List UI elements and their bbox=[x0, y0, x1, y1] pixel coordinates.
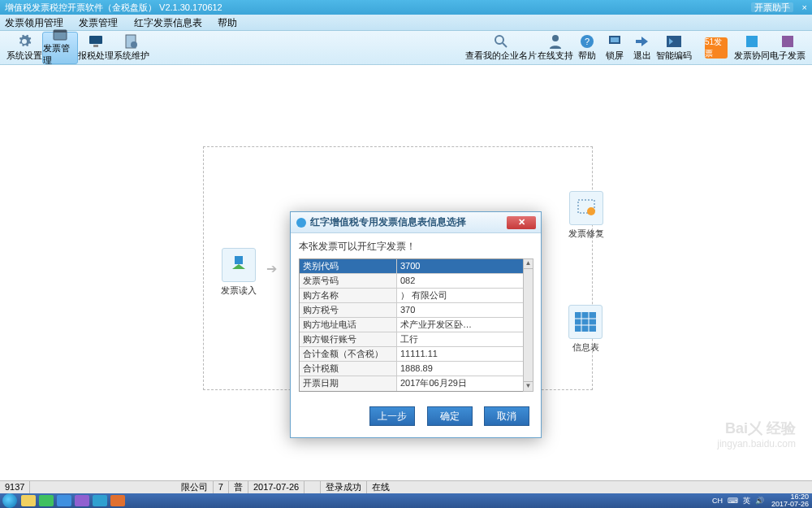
toolbar-system-settings[interactable]: 系统设置 bbox=[6, 32, 42, 64]
toolbar-invoice-sync[interactable]: 发票协同 bbox=[734, 32, 770, 64]
exit-arrow-icon bbox=[634, 34, 650, 49]
tray-sound-icon[interactable]: 🔊 bbox=[755, 497, 764, 505]
svg-rect-2 bbox=[89, 36, 102, 44]
watermark: Bai㐅 经验 jingyan.baidu.com bbox=[717, 419, 796, 449]
svg-rect-3 bbox=[93, 45, 98, 47]
statusbar: 9137 限公司 7 普 2017-07-26 登录成功 在线 bbox=[0, 480, 812, 493]
svg-rect-15 bbox=[782, 36, 793, 47]
dialog-table: 类别代码3700 发票号码082 购方名称） 有限公司 购方税号370 购方地址… bbox=[299, 258, 533, 392]
svg-rect-14 bbox=[746, 36, 758, 47]
workspace: 发票读入 ➔ 发票修复 信息表 发票退回 红字增值税专用发票信息表信息选择 ✕ … bbox=[0, 65, 812, 480]
calendar-icon bbox=[52, 28, 68, 41]
dialog-red-invoice-select: 红字增值税专用发票信息表信息选择 ✕ 本张发票可以开红字发票！ 类别代码3700… bbox=[290, 211, 542, 438]
taskbar-app-icon[interactable] bbox=[57, 495, 71, 506]
menu-item[interactable]: 红字发票信息表 bbox=[134, 17, 202, 28]
toolbar-exit[interactable]: 退出 bbox=[628, 32, 656, 64]
help-icon: ? bbox=[579, 34, 595, 49]
svg-point-25 bbox=[296, 218, 306, 228]
flag-icon bbox=[666, 34, 682, 49]
monitor-icon bbox=[88, 34, 104, 49]
lock-icon bbox=[607, 34, 623, 49]
scrollbar[interactable]: ▲ ▼ bbox=[523, 258, 533, 392]
svg-rect-13 bbox=[667, 36, 681, 47]
doc-gear-icon bbox=[123, 34, 140, 49]
svg-rect-19 bbox=[575, 312, 596, 332]
table-icon bbox=[575, 312, 596, 332]
gear-icon bbox=[16, 34, 32, 49]
node-info-table[interactable]: 信息表 bbox=[568, 305, 603, 354]
taskbar: CH ⌨ 英 🔊 16:202017-07-26 bbox=[0, 493, 812, 508]
menu-item[interactable]: 帮助 bbox=[218, 17, 237, 28]
svg-rect-1 bbox=[54, 30, 67, 33]
window-titlebar: 增值税发票税控开票软件（金税盘版） V2.1.30.170612 开票助手 × bbox=[0, 0, 812, 15]
menu-item[interactable]: 发票领用管理 bbox=[5, 17, 63, 28]
status-type: 普 bbox=[229, 481, 248, 493]
usb-import-icon bbox=[228, 254, 249, 276]
dialog-buttons: 上一步 确定 取消 bbox=[291, 398, 541, 437]
svg-point-18 bbox=[587, 207, 595, 215]
toolbar-smart-code[interactable]: 智能编码 bbox=[656, 32, 692, 64]
table-row[interactable]: 购方地址电话 术产业开发区卧… bbox=[300, 318, 532, 332]
promo-51[interactable]: 51发票 bbox=[705, 37, 728, 59]
close-button[interactable]: ✕ bbox=[507, 216, 536, 229]
table-row[interactable]: 购方税号370 bbox=[300, 303, 532, 318]
taskbar-app-icon[interactable] bbox=[93, 495, 107, 506]
status-id: 9137 bbox=[0, 481, 30, 493]
node-invoice-import[interactable]: 发票读入 bbox=[221, 248, 257, 297]
taskbar-app-icon[interactable] bbox=[21, 495, 36, 506]
dialog-message: 本张发票可以开红字发票！ bbox=[299, 240, 533, 254]
svg-point-5 bbox=[131, 41, 137, 48]
svg-line-7 bbox=[503, 43, 507, 47]
svg-rect-12 bbox=[611, 37, 619, 42]
table-row[interactable]: 合计金额（不含税）11111.11 bbox=[300, 347, 532, 362]
toolbar-lock[interactable]: 锁屏 bbox=[601, 32, 628, 64]
menubar: 发票领用管理 发票管理 红字发票信息表 帮助 bbox=[0, 15, 812, 31]
tray-clock[interactable]: 16:202017-07-26 bbox=[771, 493, 809, 508]
table-row[interactable]: 开票日期2017年06月29日 bbox=[300, 376, 532, 391]
system-tray[interactable]: CH ⌨ 英 🔊 16:202017-07-26 bbox=[710, 493, 812, 508]
prev-button[interactable]: 上一步 bbox=[369, 406, 415, 426]
toolbar: 系统设置 发票管理 报税处理 系统维护 查看我的企业名片 在线支持 ?帮助 锁屏… bbox=[0, 31, 812, 65]
einvoice-icon bbox=[780, 34, 796, 49]
table-row[interactable]: 购方银行账号工行 bbox=[300, 332, 532, 347]
table-row[interactable]: 类别代码3700 bbox=[300, 259, 532, 274]
toolbar-system-maint[interactable]: 系统维护 bbox=[114, 32, 149, 64]
taskbar-app-icon[interactable] bbox=[110, 495, 125, 506]
app-icon bbox=[296, 217, 307, 228]
user-icon bbox=[547, 34, 564, 49]
cancel-button[interactable]: 取消 bbox=[484, 406, 529, 426]
toolbar-tax-report[interactable]: 报税处理 bbox=[78, 32, 114, 64]
svg-text:?: ? bbox=[585, 37, 590, 46]
start-button[interactable] bbox=[2, 493, 17, 508]
table-row[interactable]: 发票号码082 bbox=[300, 274, 532, 289]
ok-button[interactable]: 确定 bbox=[427, 406, 473, 426]
status-date: 2017-07-26 bbox=[248, 481, 304, 493]
toolbar-e-invoice[interactable]: 电子发票 bbox=[770, 32, 806, 64]
toolbar-my-card[interactable]: 查看我的企业名片 bbox=[464, 32, 538, 64]
status-net: 在线 bbox=[367, 481, 395, 493]
taskbar-app-icon[interactable] bbox=[75, 495, 89, 506]
toolbar-invoice-manage[interactable]: 发票管理 bbox=[42, 32, 78, 64]
dialog-titlebar[interactable]: 红字增值税专用发票信息表信息选择 ✕ bbox=[291, 212, 541, 233]
toolbar-online-support[interactable]: 在线支持 bbox=[538, 32, 573, 64]
svg-rect-16 bbox=[235, 256, 243, 264]
helper-badge[interactable]: 开票助手 bbox=[751, 2, 793, 12]
table-row[interactable]: 合计税额1888.89 bbox=[300, 362, 532, 376]
node-invoice-repair[interactable]: 发票修复 bbox=[568, 191, 604, 240]
search-icon bbox=[493, 34, 509, 49]
svg-point-8 bbox=[552, 35, 559, 41]
toolbar-help[interactable]: ?帮助 bbox=[573, 32, 601, 64]
sync-icon bbox=[744, 34, 760, 49]
status-num: 7 bbox=[214, 481, 229, 493]
table-row[interactable]: 购方名称） 有限公司 bbox=[300, 289, 532, 303]
status-login: 登录成功 bbox=[321, 481, 367, 493]
repair-icon bbox=[576, 198, 597, 219]
close-icon[interactable]: × bbox=[802, 2, 807, 12]
menu-item[interactable]: 发票管理 bbox=[79, 17, 118, 28]
status-company: 限公司 bbox=[176, 481, 214, 493]
window-title: 增值税发票税控开票软件（金税盘版） V2.1.30.170612 bbox=[5, 0, 222, 15]
dialog-title: 红字增值税专用发票信息表信息选择 bbox=[310, 215, 466, 229]
arrow-icon: ➔ bbox=[266, 261, 277, 276]
taskbar-app-icon[interactable] bbox=[39, 495, 54, 506]
svg-point-6 bbox=[495, 36, 503, 44]
